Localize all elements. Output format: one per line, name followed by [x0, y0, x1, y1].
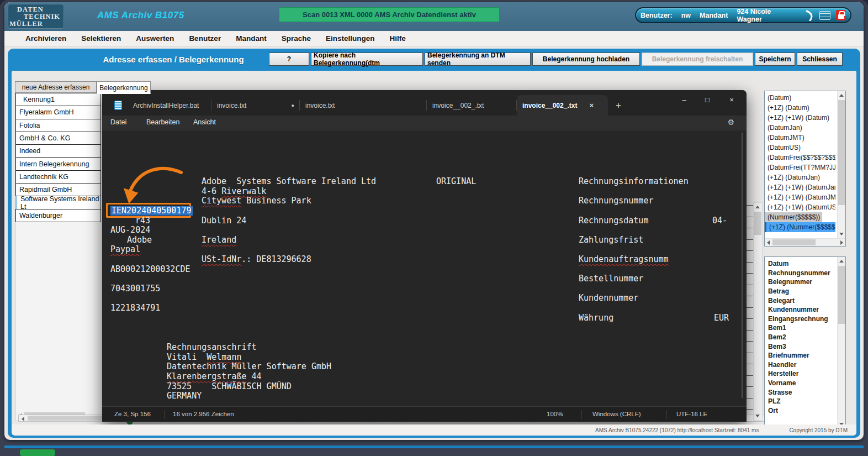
text-line: Währung — [579, 313, 613, 323]
format-option[interactable]: (+1Z) (Datum) — [765, 103, 835, 113]
editor-scrollbar[interactable] — [742, 133, 743, 398]
field-listbox: DatumRechnungsnummerBelegnummerBetragBel… — [764, 256, 846, 429]
format-option[interactable]: (DatumFrei(TT?MM?JJJJ)) — [765, 163, 835, 172]
lock-icon[interactable] — [836, 10, 846, 20]
toolbar-button-belegerkennung-freischalten: Belegerkennung freischalten — [642, 53, 753, 66]
desktop: DATEN TECHNIK MÜLLER AMS Archiv B1075 Sc… — [0, 0, 868, 456]
toolbar-button-speichern[interactable]: Speichern — [755, 53, 795, 66]
field-option[interactable]: Kundennummer — [765, 305, 835, 315]
toolbar-button-help[interactable]: ? — [269, 53, 309, 66]
company-row[interactable]: Flyeralarm GmbH — [15, 106, 101, 119]
tab-close-icon[interactable]: × — [589, 101, 594, 109]
format-option[interactable]: (DatumJan) — [765, 123, 835, 133]
format-option[interactable]: (DatumUS) — [765, 143, 835, 153]
menu-ansicht[interactable]: Ansicht — [193, 118, 216, 126]
menu-auswerten[interactable]: Auswerten — [136, 34, 174, 43]
note-icon[interactable] — [819, 11, 830, 20]
menu-datei[interactable]: Datei — [110, 118, 126, 126]
text-line: Rechnungsnummer — [579, 196, 653, 206]
format-option[interactable]: (+1Z) (+1W) (DatumJan) — [765, 182, 835, 192]
text-line: r43 — [135, 216, 150, 226]
field-option[interactable]: Datum — [765, 259, 835, 269]
company-row[interactable]: Fotolia — [15, 119, 101, 132]
format-option[interactable]: (+1Z) (+1W) (DatumUS) — [765, 202, 835, 212]
field-option[interactable]: Rechnungsnummer — [765, 269, 835, 278]
menu-einstellungen[interactable]: Einstellungen — [326, 34, 375, 43]
field-option[interactable]: Ort — [765, 406, 835, 416]
taskbar-green-item[interactable] — [20, 449, 55, 456]
company-row[interactable]: Intern Belegerkennung — [15, 157, 101, 170]
grid-vscrollbar[interactable] — [753, 202, 763, 421]
grid-row-line — [747, 409, 753, 410]
text-line: 1221834791 — [110, 303, 160, 313]
toolbar-button-belegerkennung-an-dtm-senden[interactable]: Belegerkennung an DTM senden — [425, 53, 531, 66]
zoom-level[interactable]: 100% — [547, 411, 563, 417]
notepad-tab[interactable]: invoice__002_.txt× — [517, 95, 608, 116]
text-line: Klarenbergstraße 44 — [167, 372, 262, 381]
maximize-button[interactable]: □ — [696, 90, 719, 109]
field-option[interactable]: Haendler — [765, 360, 835, 370]
format-option[interactable]: (Nummer($$$$$)) — [765, 212, 822, 222]
tab-belegerkennung[interactable]: Belegerkennung — [97, 81, 151, 94]
menu-bearbeiten[interactable]: Bearbeiten — [146, 118, 179, 126]
menu-sprache[interactable]: Sprache — [282, 34, 311, 43]
format-option[interactable]: (DatumJMT) — [765, 133, 835, 143]
phone-icon[interactable] — [805, 10, 814, 21]
field-list-vscrollbar[interactable] — [837, 257, 845, 428]
field-option[interactable]: Bem1 — [765, 323, 835, 333]
notepad-tab[interactable]: invoice__002_.txt — [427, 95, 517, 116]
notepad-tab[interactable]: invoice.txt● — [211, 95, 300, 116]
menu-hilfe[interactable]: Hilfe — [389, 34, 405, 43]
company-row[interactable]: Waldenburger — [15, 209, 101, 222]
tab-neue-adresse-erfassen[interactable]: neue Adresse erfassen — [15, 81, 97, 93]
format-option[interactable]: (+1Z) (+1W) (Datum) — [765, 113, 835, 123]
notepad-tab[interactable]: invoice.txt — [300, 95, 427, 116]
company-row[interactable]: GmbH & Co. KG — [15, 132, 101, 145]
text-line: Rechnungsanschrift — [167, 343, 257, 352]
field-option[interactable]: Belegnummer — [765, 277, 835, 287]
company-row[interactable]: Software Systems Ireland Lt — [15, 196, 101, 209]
format-option[interactable]: (Datum) — [765, 93, 835, 103]
notepad-tab[interactable]: ArchivInstallHelper.bat — [107, 95, 211, 116]
field-option[interactable]: Briefnummer — [765, 351, 835, 360]
toolbar-button-kopiere-nach-belegerkennung-dtm[interactable]: Kopiere nach Belegerkennung(dtm — [311, 53, 423, 66]
char-count: 16 von 2.956 Zeichen — [173, 411, 234, 417]
field-option[interactable]: Betrag — [765, 287, 835, 296]
toolbar: ?Kopiere nach Belegerkennung(dtmBelegerk… — [269, 53, 843, 66]
format-list-hscrollbar[interactable] — [765, 238, 845, 246]
format-option[interactable]: (+1Z) (+1W) (DatumJMT) — [765, 192, 835, 202]
settings-gear-icon[interactable]: ⚙ — [727, 118, 734, 127]
format-option[interactable]: (DatumFrei($$?$$?$$$$)) — [765, 153, 835, 163]
field-option[interactable]: Hersteller — [765, 369, 835, 379]
field-option[interactable]: PLZ — [765, 397, 835, 406]
field-option[interactable]: Bem2 — [765, 333, 835, 342]
minimize-button[interactable]: – — [673, 90, 696, 109]
text-line: 04- — [712, 216, 727, 226]
new-tab-button[interactable]: + — [616, 100, 621, 111]
menu-mandant[interactable]: Mandant — [236, 34, 267, 43]
format-option[interactable]: (+1Z) (DatumJan) — [765, 172, 835, 182]
notepad-tab-label: invoice.txt — [305, 102, 335, 109]
close-button[interactable]: × — [720, 90, 743, 109]
menu-benutzer[interactable]: Benutzer — [189, 34, 221, 43]
menu-selektieren[interactable]: Selektieren — [81, 34, 121, 43]
field-option[interactable]: Belegart — [765, 296, 835, 305]
company-row[interactable]: Landtechnik KG — [15, 170, 101, 184]
grid-row-line — [747, 364, 753, 364]
toolbar-button-belegerkennung-hochladen[interactable]: Belegerkennung hochladen — [532, 53, 640, 66]
company-row[interactable]: Indeed — [15, 144, 101, 158]
ams-archiv-window: DATEN TECHNIK MÜLLER AMS Archiv B1075 Sc… — [4, 2, 864, 440]
field-option[interactable]: Bem3 — [765, 342, 835, 351]
text-line: Citywest Business Park — [202, 196, 311, 206]
line-ending: Windows (CRLF) — [592, 411, 641, 417]
notepad-editor[interactable]: Adobe Systems Software Ireland LtdORIGIN… — [102, 130, 747, 406]
field-option[interactable]: Vorname — [765, 379, 835, 388]
format-list-vscrollbar[interactable] — [837, 91, 845, 238]
field-option[interactable]: Strasse — [765, 387, 835, 397]
field-option[interactable]: Eingangsrechnung — [765, 315, 835, 324]
form-content: neue Adresse erfassenBelegerkennung Kenn… — [12, 71, 856, 434]
app-header: DATEN TECHNIK MÜLLER AMS Archiv B1075 Sc… — [4, 2, 864, 31]
format-option[interactable]: (+1Z) (Nummer($$$$$)) — [765, 222, 835, 232]
menu-archivieren[interactable]: Archivieren — [25, 34, 66, 43]
toolbar-button-schliessen[interactable]: Schliessen — [797, 53, 843, 66]
